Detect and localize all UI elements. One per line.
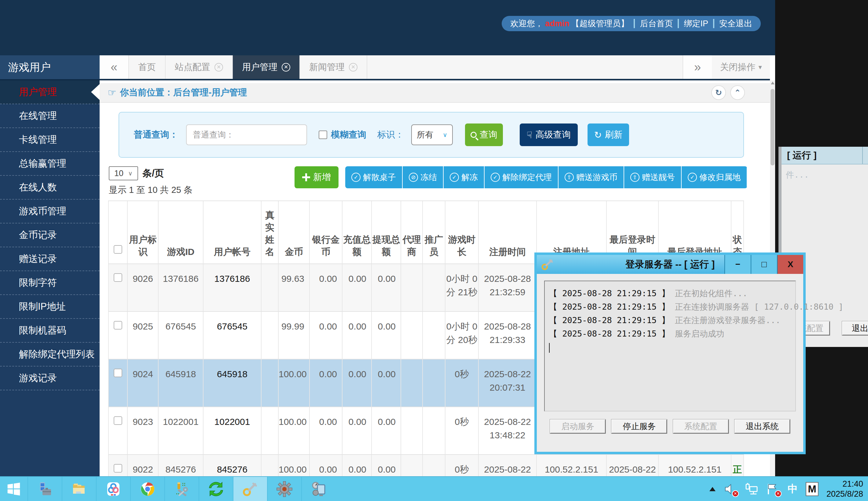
- action-button-label: 赠送游戏币: [576, 172, 617, 183]
- taskbar-item-file-explorer[interactable]: [62, 477, 96, 501]
- sidebar-item[interactable]: 金币记录: [0, 223, 100, 247]
- minimize-button[interactable]: −: [724, 255, 751, 274]
- link-bind-ip[interactable]: 绑定IP: [684, 18, 708, 29]
- ime-mode-indicator[interactable]: M: [806, 482, 818, 496]
- background-window-titlebar[interactable]: [ 运行 ] − □: [782, 147, 868, 164]
- collapse-button[interactable]: ⌃: [730, 85, 745, 100]
- row-checkbox[interactable]: [113, 416, 122, 425]
- action-button[interactable]: ✓ 解散桌子: [345, 166, 403, 188]
- taskbar-item-devtools[interactable]: [164, 477, 198, 501]
- advanced-query-button[interactable]: ☟ 高级查询: [520, 124, 578, 146]
- action-button[interactable]: ⇪ 赠送游戏币: [558, 166, 624, 188]
- taskbar-item-sync[interactable]: [198, 477, 233, 501]
- tab-close-icon[interactable]: ✕: [282, 63, 290, 72]
- tab[interactable]: 用户管理 ✕: [233, 55, 300, 79]
- sidebar-item[interactable]: 限制IP地址: [0, 295, 100, 319]
- action-center-flag-icon[interactable]: ✕: [766, 482, 780, 496]
- action-button[interactable]: ⊘ 冻结: [403, 166, 444, 188]
- close-operations-menu[interactable]: 关闭操作 ▾: [712, 55, 770, 79]
- action-icon: ⇪: [565, 173, 574, 182]
- cell-user-id: 9026: [128, 264, 159, 311]
- dialog-button[interactable]: 启动服务: [550, 419, 606, 434]
- taskbar-item-chrome[interactable]: [130, 477, 164, 501]
- action-button[interactable]: ✓ 修改归属地: [682, 166, 747, 188]
- cell-agent: [401, 407, 423, 454]
- sidebar-item[interactable]: 游戏币管理: [0, 200, 100, 223]
- sidebar-item[interactable]: 解除绑定代理列表: [0, 343, 100, 366]
- search-input[interactable]: [186, 125, 307, 145]
- sidebar-item[interactable]: 在线人数: [0, 176, 100, 200]
- login-server-dialog[interactable]: 登录服务器 -- [ 运行 ] − □ X 【 2025-08-28 21:29…: [534, 253, 806, 454]
- network-icon[interactable]: [745, 482, 758, 496]
- column-header: 提现总额: [372, 201, 401, 264]
- cell-play-duration: 0小时 0分 21秒: [445, 264, 479, 311]
- sidebar-item[interactable]: 总输赢管理: [0, 152, 100, 176]
- scrollbar-thumb[interactable]: [771, 89, 774, 166]
- maximize-button[interactable]: □: [751, 255, 777, 274]
- tab[interactable]: 站点配置 ✕: [166, 55, 233, 79]
- sidebar-item[interactable]: 赠送记录: [0, 247, 100, 271]
- start-button[interactable]: [0, 477, 28, 501]
- circles-app-icon: [106, 481, 121, 497]
- sidebar-item[interactable]: 限制机器码: [0, 319, 100, 343]
- flag-select[interactable]: 所有 ∨: [411, 125, 453, 145]
- scrollbar-up-icon[interactable]: [771, 82, 774, 84]
- per-page-select[interactable]: 10 ∨: [109, 166, 138, 180]
- tab-close-icon[interactable]: ✕: [349, 63, 357, 72]
- cell-last-login-address: 100.52.2.151: [659, 454, 731, 476]
- refresh-button[interactable]: ↻ 刷新: [587, 124, 629, 146]
- query-button[interactable]: 查询: [465, 124, 503, 146]
- sidebar-item[interactable]: 用户管理: [0, 81, 100, 104]
- action-button[interactable]: ⇪ 赠送靓号: [624, 166, 682, 188]
- volume-icon[interactable]: ✕: [724, 482, 737, 496]
- tab-close-icon[interactable]: ✕: [215, 63, 223, 72]
- link-backend-home[interactable]: 后台首页: [640, 18, 673, 29]
- close-button[interactable]: X: [777, 255, 803, 274]
- sidebar-item[interactable]: 限制字符: [0, 271, 100, 295]
- column-header: 游戏时长: [445, 201, 479, 264]
- sidebar-item[interactable]: 在线管理: [0, 104, 100, 128]
- taskbar-item-perfmon[interactable]: [301, 477, 335, 501]
- sidebar-item[interactable]: 游戏记录: [0, 366, 100, 390]
- row-checkbox[interactable]: [113, 369, 122, 377]
- taskbar-item-login-server[interactable]: [233, 477, 267, 501]
- action-button[interactable]: ✓ 解冻: [444, 166, 485, 188]
- taskbar-item-app-circles[interactable]: [96, 477, 130, 501]
- action-icon: ✓: [688, 173, 697, 182]
- row-checkbox[interactable]: [113, 464, 122, 472]
- fuzzy-checkbox[interactable]: [319, 130, 327, 139]
- breadcrumb-text: 你当前位置：后台管理-用户管理: [120, 86, 247, 99]
- minimize-button[interactable]: −: [862, 147, 868, 164]
- tab[interactable]: 新闻管理 ✕: [300, 55, 367, 79]
- link-logout[interactable]: 安全退出: [719, 18, 752, 29]
- row-checkbox[interactable]: [113, 321, 122, 330]
- dialog-button[interactable]: 停止服务: [611, 419, 667, 434]
- dialog-button[interactable]: 系统配置: [673, 419, 729, 434]
- refresh-page-button[interactable]: ↻: [711, 85, 726, 100]
- sidebar-item[interactable]: 卡线管理: [0, 128, 100, 152]
- dialog-button[interactable]: 退出系统: [735, 419, 790, 434]
- tabs-scroll-left-icon[interactable]: «: [100, 55, 129, 79]
- log-timestamp: 【 2025-08-28 21:29:15 】: [549, 329, 670, 338]
- ime-language-indicator[interactable]: 中: [788, 482, 798, 496]
- tab[interactable]: 首页 ✕: [129, 55, 166, 79]
- table-row[interactable]: 9022 845276 845276 100.00 0.00 0.00 0.00…: [108, 454, 744, 476]
- dialog-titlebar[interactable]: 登录服务器 -- [ 运行 ] − □ X: [537, 255, 803, 274]
- text-cursor: [549, 343, 550, 353]
- cell-game-id: 645918: [159, 359, 204, 407]
- select-all-checkbox[interactable]: [113, 245, 122, 254]
- row-checkbox-cell: [108, 407, 128, 454]
- action-icon: ✓: [491, 173, 500, 182]
- row-checkbox[interactable]: [113, 273, 122, 282]
- action-button[interactable]: ✓ 解除绑定代理: [485, 166, 558, 188]
- taskbar-item-settings[interactable]: [267, 477, 301, 501]
- taskbar-clock[interactable]: 21:40 2025/8/28: [826, 479, 863, 499]
- tabs-scroll-right-icon[interactable]: »: [683, 55, 712, 79]
- exit-system-button[interactable]: 退出系统: [842, 321, 868, 335]
- cell-recharge-total: 0.00: [343, 359, 372, 407]
- taskbar-item-server-manager[interactable]: [28, 477, 62, 501]
- cell-agent: [401, 454, 423, 476]
- tray-expand-icon[interactable]: [709, 487, 716, 491]
- add-button[interactable]: 新增: [294, 166, 338, 188]
- active-arrow-icon: [91, 84, 100, 100]
